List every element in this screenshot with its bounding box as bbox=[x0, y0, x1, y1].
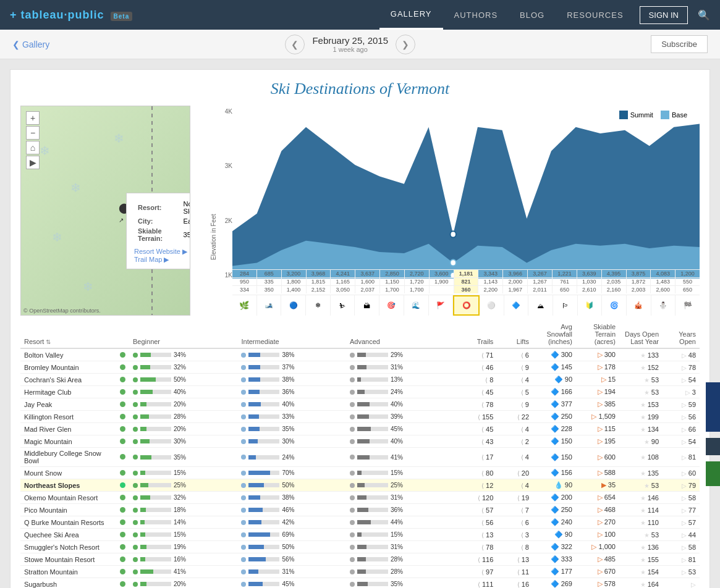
table-row[interactable]: Mount Snow 15% 70% 15% ⟨ 80 ⟨ 20 🔷 156 ▷ bbox=[20, 467, 700, 479]
table-row[interactable]: Stowe Mountain Resort 16% 56% 28% ⟨ 116 … bbox=[20, 553, 700, 566]
beginner-bar: 20% bbox=[129, 578, 237, 589]
zoom-in-button[interactable]: + bbox=[26, 111, 40, 125]
snowfall-value: 🔷 90 bbox=[533, 374, 576, 386]
terrain-value: ▷ 670 bbox=[576, 566, 619, 578]
table-row[interactable]: Mad River Glen 20% 35% 45% ⟨ 45 ⟨ 4 🔷 22… bbox=[20, 423, 700, 435]
nav-blog[interactable]: BLOG bbox=[509, 0, 556, 30]
table-row[interactable]: Northeast Slopes 25% 50% 25% ⟨ 12 ⟨ 4 💧 … bbox=[20, 479, 700, 492]
resort-icon[interactable]: ❄ bbox=[306, 295, 331, 316]
resort-icon[interactable]: 🔵 bbox=[281, 295, 306, 316]
years-value: ▷ 54 bbox=[663, 374, 700, 386]
gallery-link[interactable]: Gallery bbox=[12, 40, 49, 49]
trail-map-link[interactable]: Trail Map ▶ bbox=[134, 256, 190, 264]
resort-icon[interactable]: ⛷ bbox=[331, 295, 355, 316]
table-row[interactable]: Cochran's Ski Area 50% 38% 13% ⟨ 8 ⟨ 4 🔷… bbox=[20, 374, 700, 386]
trails-value: ⟨ 46 bbox=[454, 361, 497, 374]
y-tick-1k: 1K bbox=[225, 272, 232, 279]
resort-icon[interactable]: 🔰 bbox=[578, 295, 603, 316]
nav-authors[interactable]: AUTHORS bbox=[443, 0, 509, 30]
resort-icon[interactable]: 🎪 bbox=[627, 295, 651, 316]
resort-icon[interactable]: 🏳 bbox=[553, 295, 578, 316]
num-cell: 1,267 bbox=[528, 278, 553, 285]
years-value: ▷ 77 bbox=[663, 504, 700, 516]
table-row[interactable]: Pico Mountain 18% 46% 36% ⟨ 57 ⟨ 7 🔷 250 bbox=[20, 504, 700, 516]
navigate-button[interactable]: ▶ bbox=[26, 156, 40, 169]
resort-icons-row: 🌿 🎿 🔵 ❄ ⛷ 🏔 🎯 🌊 🚩 ⭕ ⚪ 🔷 ⛰ 🏳 🔰 🌀 bbox=[232, 295, 700, 316]
intermediate-bar: 36% bbox=[237, 386, 345, 398]
lifts-value: ⟨ 4 bbox=[497, 448, 533, 467]
search-icon[interactable]: 🔍 bbox=[698, 9, 710, 21]
resort-dot bbox=[116, 398, 129, 411]
table-row[interactable]: Smuggler's Notch Resort 19% 50% 31% ⟨ 78… bbox=[20, 541, 700, 553]
sort-icon[interactable]: ⇅ bbox=[46, 338, 51, 345]
days-value: ★ 90 bbox=[619, 435, 663, 448]
table-row[interactable]: Magic Mountain 30% 30% 40% ⟨ 43 ⟨ 2 🔷 15… bbox=[20, 435, 700, 448]
resort-icon[interactable]: 🏔 bbox=[355, 295, 379, 316]
resort-icon[interactable]: 🚩 bbox=[429, 295, 454, 316]
resort-dot bbox=[116, 516, 129, 529]
signin-button[interactable]: SIGN IN bbox=[640, 6, 688, 24]
resort-icon[interactable]: 🔷 bbox=[504, 295, 529, 316]
terrain-value: ▷ 15 bbox=[576, 374, 619, 386]
resort-icon[interactable]: 🎯 bbox=[379, 295, 404, 316]
resort-icon[interactable]: 🌀 bbox=[602, 295, 627, 316]
beginner-bar: 28% bbox=[129, 411, 237, 423]
intermediate-bar: 50% bbox=[237, 479, 345, 492]
home-button[interactable]: ⌂ bbox=[26, 141, 40, 154]
numbers-row-2: 950 335 1,800 1,815 1,165 1,600 1,150 1,… bbox=[232, 277, 700, 285]
days-value: ★ 146 bbox=[619, 492, 663, 504]
zoom-out-button[interactable]: − bbox=[26, 126, 40, 140]
resort-icon[interactable]: 🎿 bbox=[257, 295, 282, 316]
table-row[interactable]: Quechee Ski Area 15% 69% 15% ⟨ 13 ⟨ 3 🔷 … bbox=[20, 529, 700, 541]
num-cell: 2,600 bbox=[651, 286, 676, 293]
resort-icon[interactable]: 🏁 bbox=[676, 295, 700, 316]
table-row[interactable]: Jay Peak 20% 40% 40% ⟨ 78 ⟨ 9 🔷 377 ▷ 38 bbox=[20, 398, 700, 411]
table-row[interactable]: Stratton Mountain 41% 31% 28% ⟨ 97 ⟨ 11 … bbox=[20, 566, 700, 578]
onthesnow-text: ON THESNOW bbox=[711, 408, 720, 427]
table-row[interactable]: Hermitage Club 40% 36% 24% ⟨ 45 ⟨ 5 🔷 16… bbox=[20, 386, 700, 398]
table-row[interactable]: Q Burke Mountain Resorts 14% 42% 44% ⟨ 5… bbox=[20, 516, 700, 529]
resort-name: Cochran's Ski Area bbox=[20, 374, 116, 386]
beginner-bar: 25% bbox=[129, 479, 237, 492]
chart-area[interactable] bbox=[232, 108, 700, 279]
side-logos: ⛷ ON THESNOW ▲liftopia ⛷ SKIVERMONT bbox=[706, 382, 720, 486]
table-row[interactable]: Sugarbush 20% 45% 35% ⟨ 111 ⟨ 16 🔷 269 ▷ bbox=[20, 578, 700, 589]
nav-resources[interactable]: RESOURCES bbox=[556, 0, 634, 30]
resort-icon[interactable]: ⛄ bbox=[651, 295, 676, 316]
resort-icon-highlighted[interactable]: ⭕ bbox=[453, 295, 480, 316]
trails-value: ⟨ 8 bbox=[454, 374, 497, 386]
onthesnow-logo[interactable]: ⛷ ON THESNOW bbox=[706, 382, 720, 432]
subscribe-button[interactable]: Subscribe bbox=[651, 35, 708, 53]
table-row[interactable]: Killington Resort 28% 33% 39% ⟨ 155 ⟨ 22… bbox=[20, 411, 700, 423]
advanced-bar: 45% bbox=[346, 423, 454, 435]
num-cell: 3,600 bbox=[430, 270, 454, 277]
num-cell: 685 bbox=[257, 270, 282, 277]
resort-icon[interactable]: 🌊 bbox=[404, 295, 429, 316]
intermediate-bar: 30% bbox=[237, 435, 345, 448]
liftopia-logo[interactable]: ▲liftopia bbox=[706, 438, 720, 455]
skivermont-logo[interactable]: ⛷ SKIVERMONT bbox=[706, 461, 720, 485]
table-row[interactable]: Okemo Mountain Resort 32% 38% 31% ⟨ 120 … bbox=[20, 492, 700, 504]
onthesnow-icon: ⛷ bbox=[711, 387, 720, 408]
prev-button[interactable]: ❮ bbox=[285, 35, 305, 54]
num-cell: 3,639 bbox=[577, 270, 602, 277]
table-row[interactable]: Middlebury College Snow Bowl 35% 24% 41%… bbox=[20, 448, 700, 467]
nav-gallery[interactable]: GALLERY bbox=[379, 0, 443, 30]
lifts-value: ⟨ 5 bbox=[497, 386, 533, 398]
resort-icon[interactable]: ⛰ bbox=[528, 295, 553, 316]
trails-value: ⟨ 45 bbox=[454, 423, 497, 435]
resort-dot bbox=[116, 553, 129, 566]
resort-icon[interactable]: ⚪ bbox=[480, 295, 504, 316]
snowfall-value: 🔷 250 bbox=[533, 504, 576, 516]
intermediate-bar: 38% bbox=[237, 492, 345, 504]
resort-icon[interactable]: 🌿 bbox=[232, 295, 257, 316]
table-row[interactable]: Bolton Valley 34% 38% 29% ⟨ 71 ⟨ 6 🔷 300 bbox=[20, 348, 700, 361]
resort-website-link[interactable]: Resort Website ▶ bbox=[134, 248, 190, 256]
resort-dot bbox=[116, 386, 129, 398]
next-button[interactable]: ❯ bbox=[396, 35, 415, 54]
intermediate-bar: 33% bbox=[237, 411, 345, 423]
table-row[interactable]: Bromley Mountain 32% 37% 31% ⟨ 46 ⟨ 9 🔷 … bbox=[20, 361, 700, 374]
resort-dot bbox=[116, 374, 129, 386]
tooltip-resort-value: Northeast Slopes bbox=[181, 200, 190, 216]
days-value: ★ 108 bbox=[619, 448, 663, 467]
